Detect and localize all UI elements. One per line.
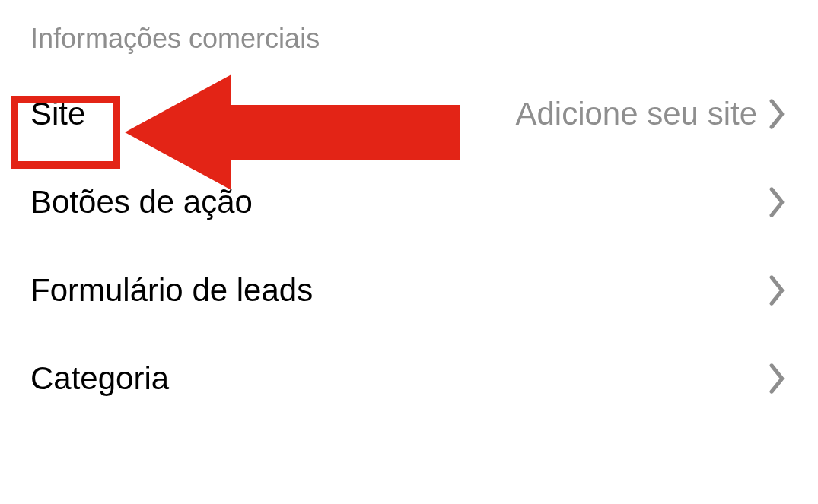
- list-item-right: [766, 360, 788, 397]
- list-item-label: Formulário de leads: [30, 272, 313, 309]
- list-item-label: Categoria: [30, 360, 169, 397]
- chevron-right-icon: [766, 360, 788, 397]
- list-item-label: Site: [30, 96, 85, 132]
- list-item-value: Adicione seu site: [515, 96, 757, 132]
- chevron-right-icon: [766, 272, 788, 309]
- list-item-label: Botões de ação: [30, 184, 253, 220]
- list-item-right: Adicione seu site: [515, 96, 788, 132]
- list-item-right: [766, 272, 788, 309]
- chevron-right-icon: [766, 96, 788, 132]
- section-header: Informações comerciais: [0, 0, 818, 70]
- list-item-category[interactable]: Categoria: [0, 334, 818, 423]
- chevron-right-icon: [766, 184, 788, 220]
- list-item-site[interactable]: Site Adicione seu site: [0, 70, 818, 158]
- list-item-right: [766, 184, 788, 220]
- list-item-lead-form[interactable]: Formulário de leads: [0, 246, 818, 334]
- list-item-action-buttons[interactable]: Botões de ação: [0, 158, 818, 246]
